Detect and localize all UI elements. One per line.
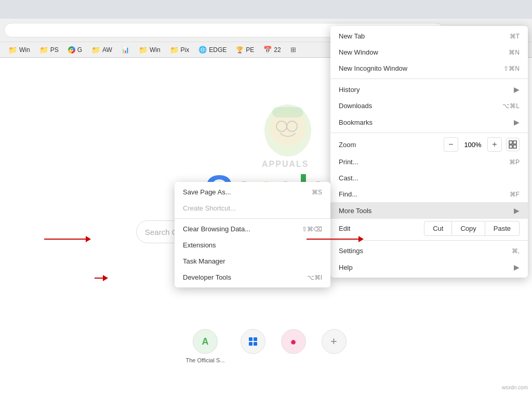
menu-item-label: Downloads bbox=[339, 102, 492, 110]
menu-item-shortcut: ⌥⌘I bbox=[307, 274, 322, 281]
more-tools-create-shortcut[interactable]: Create Shortcut... bbox=[175, 200, 330, 216]
menu-item-label: New Tab bbox=[339, 32, 499, 40]
calendar-icon: 📅 bbox=[263, 46, 272, 54]
bookmark-label: Win bbox=[150, 46, 161, 54]
zoom-decrease-button[interactable]: − bbox=[444, 137, 458, 152]
menu-item-label: New Incognito Window bbox=[339, 64, 493, 72]
bottom-icon-label: The Official S... bbox=[186, 357, 225, 363]
folder-icon: 📁 bbox=[91, 46, 100, 54]
svg-rect-11 bbox=[509, 141, 512, 144]
appuals-circle-icon: A bbox=[193, 329, 218, 354]
bookmark-app[interactable]: ⊞ bbox=[286, 45, 300, 55]
zoom-value: 100% bbox=[462, 141, 483, 149]
svg-rect-13 bbox=[509, 145, 512, 148]
menu-new-window[interactable]: New Window ⌘N bbox=[330, 44, 528, 60]
folder-icon: 📁 bbox=[39, 46, 48, 54]
bookmark-label: AW bbox=[102, 46, 112, 54]
bookmark-label: EDGE bbox=[209, 46, 227, 54]
menu-cast[interactable]: Cast... bbox=[330, 170, 528, 186]
menu-new-incognito[interactable]: New Incognito Window ⇧⌘N bbox=[330, 60, 528, 76]
bottom-icon-circle1[interactable] bbox=[241, 329, 265, 363]
bottom-icon-circle2[interactable]: ● bbox=[281, 329, 306, 363]
bookmark-win1[interactable]: 📁 Win bbox=[4, 45, 34, 55]
bookmark-label: PS bbox=[50, 46, 59, 54]
wsxdn-watermark: wsxdn.com bbox=[502, 385, 528, 390]
zoom-label: Zoom bbox=[339, 141, 444, 149]
menu-item-shortcut: ⇧⌘⌫ bbox=[302, 226, 322, 233]
more-tools-developer-tools[interactable]: Developer Tools ⌥⌘I bbox=[175, 269, 330, 285]
bookmark-pe[interactable]: 🏆 PE bbox=[232, 45, 258, 55]
svg-rect-12 bbox=[513, 141, 516, 144]
bottom-icon-appuals[interactable]: A The Official S... bbox=[186, 329, 225, 363]
red-arrow-more-tools bbox=[44, 236, 91, 242]
menu-bookmarks[interactable]: Bookmarks ▶ bbox=[330, 114, 528, 130]
menu-print[interactable]: Print... ⌘P bbox=[330, 154, 528, 170]
zoom-buttons: − 100% + bbox=[444, 137, 502, 152]
bookmark-aw[interactable]: 📁 AW bbox=[87, 45, 116, 55]
red-arrow-clear-browsing bbox=[95, 275, 108, 281]
edit-copy-button[interactable]: Copy bbox=[452, 221, 485, 236]
menu-zoom-control: Zoom − 100% + bbox=[330, 135, 528, 154]
bookmark-label: PE bbox=[246, 46, 254, 54]
edge-icon: 🌐 bbox=[198, 46, 207, 54]
red-arrow-to-submenu bbox=[307, 236, 364, 242]
bookmark-edge[interactable]: 🌐 EDGE bbox=[194, 45, 231, 55]
zoom-fullscreen-button[interactable] bbox=[506, 138, 520, 151]
menu-find[interactable]: Find... ⌘F bbox=[330, 186, 528, 202]
bookmark-label: Win bbox=[19, 46, 30, 54]
svg-rect-7 bbox=[249, 337, 252, 341]
menu-more-tools[interactable]: More Tools ▶ bbox=[330, 202, 528, 219]
menu-item-label: History bbox=[339, 86, 510, 94]
tab-bar bbox=[0, 0, 532, 19]
menu-item-label: Help bbox=[339, 264, 510, 271]
menu-history[interactable]: History ▶ bbox=[330, 81, 528, 98]
bookmark-label: G bbox=[77, 46, 82, 54]
more-tools-save-page[interactable]: Save Page As... ⌘S bbox=[175, 184, 330, 200]
menu-item-label: Find... bbox=[339, 190, 499, 198]
folder-icon: 📁 bbox=[139, 46, 148, 54]
edit-paste-button[interactable]: Paste bbox=[485, 221, 520, 236]
menu-edit-row: Edit Cut Copy Paste bbox=[330, 219, 528, 238]
bookmark-label: Pix bbox=[181, 46, 190, 54]
menu-item-shortcut: ⌥⌘L bbox=[502, 102, 520, 110]
more-tools-task-manager[interactable]: Task Manager bbox=[175, 253, 330, 269]
bottom-icon-add[interactable]: + bbox=[322, 329, 347, 363]
bookmark-22[interactable]: 📅 22 bbox=[259, 45, 285, 55]
bookmark-pix[interactable]: 📁 Pix bbox=[166, 45, 194, 55]
menu-item-label: Developer Tools bbox=[183, 273, 297, 281]
bottom-icons-row: A The Official S... ● + bbox=[186, 329, 347, 363]
more-tools-clear-browsing[interactable]: Clear Browsing Data... ⇧⌘⌫ bbox=[175, 221, 330, 237]
menu-item-label: More Tools bbox=[339, 207, 510, 215]
menu-item-label: Bookmarks bbox=[339, 119, 510, 126]
menu-divider bbox=[330, 133, 528, 133]
bookmark-ps[interactable]: 📁 PS bbox=[35, 45, 63, 55]
edit-cut-button[interactable]: Cut bbox=[424, 221, 452, 236]
menu-downloads[interactable]: Downloads ⌥⌘L bbox=[330, 98, 528, 114]
menu-new-tab[interactable]: New Tab ⌘T bbox=[330, 28, 528, 44]
menu-item-shortcut: ⌘N bbox=[509, 49, 520, 56]
menu-item-shortcut: ⌘S bbox=[312, 189, 322, 196]
menu-help[interactable]: Help ▶ bbox=[330, 259, 528, 275]
bookmark-win2[interactable]: 📁 Win bbox=[135, 45, 165, 55]
menu-item-label: Clear Browsing Data... bbox=[183, 225, 291, 233]
bookmark-sheets[interactable]: 📊 bbox=[117, 45, 134, 55]
menu-divider bbox=[175, 218, 330, 219]
add-icon: + bbox=[322, 329, 347, 354]
submenu-arrow-icon: ▶ bbox=[514, 263, 520, 271]
submenu-arrow-icon: ▶ bbox=[514, 85, 520, 94]
appuals-mascot: APPUALS bbox=[257, 99, 319, 172]
more-tools-submenu: Save Page As... ⌘S Create Shortcut... Cl… bbox=[175, 182, 330, 287]
menu-settings[interactable]: Settings ⌘, bbox=[330, 243, 528, 259]
circle1-icon bbox=[241, 329, 265, 354]
menu-item-shortcut: ⌘, bbox=[512, 247, 520, 255]
svg-rect-14 bbox=[513, 145, 516, 148]
menu-item-label: Print... bbox=[339, 158, 499, 166]
zoom-increase-button[interactable]: + bbox=[487, 137, 502, 152]
sheets-icon: 📊 bbox=[122, 46, 129, 54]
bookmark-label: 22 bbox=[274, 46, 281, 54]
menu-item-label: New Window bbox=[339, 48, 498, 56]
submenu-arrow-icon: ▶ bbox=[514, 118, 520, 126]
bookmark-google[interactable]: G G bbox=[64, 45, 86, 55]
menu-item-shortcut: ⇧⌘N bbox=[503, 65, 520, 72]
svg-rect-9 bbox=[249, 342, 252, 346]
